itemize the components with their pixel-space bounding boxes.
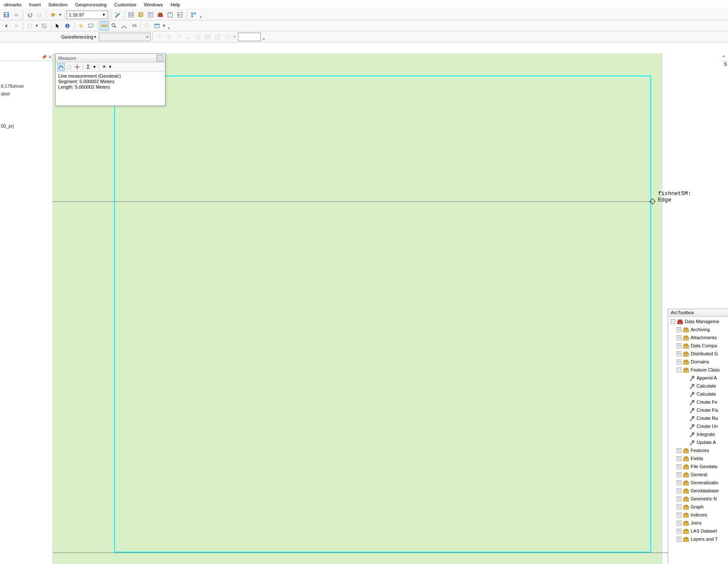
menu-bookmarks[interactable]: okmarks (0, 1, 25, 8)
expand-icon[interactable]: + (677, 343, 681, 348)
toolbar-overflow-3[interactable]: ▾ (262, 33, 266, 41)
expand-icon[interactable]: + (677, 529, 681, 533)
measure-close-button[interactable] (157, 55, 163, 61)
georef-delete-button[interactable] (223, 32, 232, 42)
measure-button[interactable] (100, 21, 109, 31)
save-button[interactable] (2, 10, 11, 20)
add-data-button[interactable]: + (48, 10, 58, 20)
expand-icon[interactable]: + (677, 505, 681, 509)
toc-close-icon[interactable]: ✕ (48, 55, 52, 59)
map-view[interactable]: fishnet5M: Edge (53, 53, 662, 564)
tree-toolset-distributed[interactable]: +Distributed G (668, 350, 728, 358)
menu-help[interactable]: Help (167, 1, 184, 8)
georef-layer-combo[interactable]: ▾ (99, 33, 151, 41)
time-slider-button[interactable] (143, 21, 152, 31)
tree-toolset-generalization[interactable]: +Generalizatio (668, 479, 728, 487)
tree-toolset-attachments[interactable]: +Attachments (668, 334, 728, 342)
expand-icon[interactable]: + (677, 489, 681, 493)
measure-sum-dropdown[interactable]: ▾ (92, 63, 97, 71)
expand-icon[interactable]: + (677, 448, 681, 453)
georef-addpoints-button[interactable] (184, 32, 193, 42)
next-extent-button[interactable] (11, 21, 21, 31)
python-button[interactable] (165, 10, 175, 20)
georef-dropdown[interactable]: ▾ (232, 32, 237, 42)
tree-toolset-geodatabase[interactable]: +Geodatabase (668, 487, 728, 495)
search-window-button[interactable] (146, 10, 155, 20)
prev-extent-button[interactable] (2, 21, 11, 31)
tree-tool-calculate1[interactable]: Calculate (668, 382, 728, 390)
measure-title-bar[interactable]: Measure (56, 54, 165, 62)
georef-viewlinks-button[interactable] (203, 32, 213, 42)
tree-toolset-datacompare[interactable]: +Data Compa (668, 342, 728, 350)
tree-toolset-joins[interactable]: +Joins (668, 519, 728, 527)
georef-shift-button[interactable] (164, 32, 174, 42)
tree-toolset-graph[interactable]: +Graph (668, 503, 728, 511)
expand-icon[interactable]: + (677, 480, 681, 485)
expand-icon[interactable]: + (677, 327, 681, 332)
menu-windows[interactable]: Windows (140, 1, 167, 8)
viewer-window-button[interactable] (152, 21, 162, 31)
tree-tool-createra[interactable]: Create Ra (668, 414, 728, 422)
html-popup-button[interactable] (86, 21, 95, 31)
select-elements-button[interactable] (53, 21, 62, 31)
map-scale-combo[interactable]: ▾ (67, 11, 108, 19)
tree-toolset-indexes[interactable]: +Indexes (668, 511, 728, 519)
right-pane-pin[interactable]: ^ (720, 53, 728, 61)
tree-tool-integrate[interactable]: Integrate (668, 430, 728, 438)
find-button[interactable] (109, 21, 119, 31)
collapse-icon[interactable]: − (671, 319, 675, 324)
undo-button[interactable] (25, 10, 34, 20)
measure-feature-button[interactable] (73, 63, 81, 71)
tree-tool-createun[interactable]: Create Un (668, 422, 728, 430)
expand-icon[interactable]: + (677, 537, 681, 542)
georeferencing-menu[interactable]: Georeferencing▾ (59, 34, 98, 39)
toc-layer-3[interactable]: 00_prj (1, 122, 52, 130)
toolbar-overflow-2[interactable]: ▾ (167, 22, 171, 30)
print-button[interactable] (11, 10, 21, 20)
tree-toolset-filegeodata[interactable]: +File Geodata (668, 463, 728, 471)
tree-toolbox-datamgmt[interactable]: − Data Manageme (668, 318, 728, 326)
measure-clear-button[interactable]: ✕ (100, 63, 108, 71)
tree-toolset-featureclass[interactable]: −Feature Class (668, 366, 728, 374)
toc-pin-icon[interactable]: 📌 (42, 55, 47, 59)
tree-toolset-features[interactable]: +Features (668, 447, 728, 455)
redo-button[interactable] (35, 10, 44, 20)
catalog-button[interactable] (136, 10, 146, 20)
georef-reset-button[interactable] (213, 32, 222, 42)
tree-tool-createfe[interactable]: Create Fe (668, 398, 728, 406)
hyperlink-button[interactable] (76, 21, 86, 31)
select-features-dropdown[interactable]: ▾ (35, 21, 39, 31)
arctoolbox-button[interactable] (156, 10, 165, 20)
expand-icon[interactable]: + (677, 335, 681, 340)
tree-tool-createfishnet[interactable]: Create Fis (668, 406, 728, 414)
arctoolbox-title[interactable]: ArcToolbox (668, 309, 728, 317)
toc-layer-1[interactable]: 8.17fishnet (1, 82, 52, 90)
toc-button[interactable] (126, 10, 136, 20)
expand-icon[interactable]: + (677, 497, 681, 501)
editor-toolbar-button[interactable] (113, 10, 122, 20)
tree-toolset-layers[interactable]: +Layers and T (668, 535, 728, 543)
tree-toolset-archiving[interactable]: +Archiving (668, 326, 728, 334)
georef-autoadjust-button[interactable] (193, 32, 203, 42)
find-route-button[interactable] (119, 21, 129, 31)
tree-tool-append[interactable]: Append A (668, 374, 728, 382)
menu-selection[interactable]: Selection (45, 1, 71, 8)
measure-units-dropdown[interactable]: ▾ (108, 63, 112, 71)
menu-customize[interactable]: Customize (110, 1, 140, 8)
expand-icon[interactable]: + (677, 360, 681, 364)
collapse-icon[interactable]: − (677, 368, 681, 372)
georef-scale-button[interactable] (174, 32, 183, 42)
tree-tool-update[interactable]: Update A (668, 438, 728, 447)
right-pane-tab[interactable]: S (723, 61, 728, 67)
identify-button[interactable]: i (63, 21, 72, 31)
georef-rotate-button[interactable] (154, 32, 164, 42)
expand-icon[interactable]: + (677, 352, 681, 356)
tree-toolset-general[interactable]: +General (668, 471, 728, 479)
tree-toolset-las[interactable]: +LAS Dataset (668, 527, 728, 535)
scale-dropdown-icon[interactable]: ▾ (102, 12, 106, 17)
expand-icon[interactable]: + (677, 521, 681, 525)
add-data-dropdown[interactable]: ▾ (58, 10, 62, 20)
expand-icon[interactable]: + (677, 464, 681, 469)
measure-line-button[interactable] (57, 63, 65, 71)
menu-insert[interactable]: Insert (25, 1, 45, 8)
